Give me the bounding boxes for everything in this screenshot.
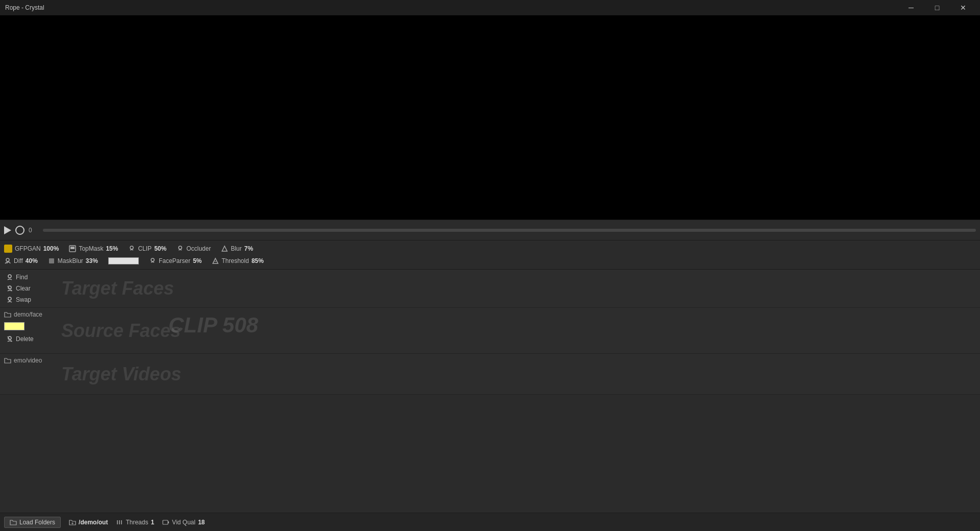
color-swatch-bar[interactable] [108,257,139,264]
svg-rect-20 [163,520,168,524]
maskblur-setting: MaskBlur 33% [48,257,98,264]
svg-point-12 [8,297,11,300]
frame-counter: 0 [29,227,39,234]
svg-rect-1 [70,247,75,249]
svg-point-3 [179,246,182,249]
panels-area: Find Clear Swap Target Faces [0,269,980,395]
occluder-icon [177,245,184,252]
vid-qual-icon [162,519,169,526]
bottom-bar: Load Folders /demo/out Threads 1 Vid Qua… [0,513,980,531]
blur-label: Blur [231,245,241,252]
source-faces-controls: demo/face Delete [4,311,45,344]
folder-icon [4,311,11,318]
faceparser-value: 5% [193,257,202,264]
output-path-item: /demo/out [69,519,108,526]
clear-button[interactable]: Clear [4,284,45,293]
play-icon [4,226,11,234]
loop-button[interactable] [15,226,24,235]
topmask-setting: TopMask 15% [69,245,118,252]
gfpgan-label: GFPGAN [15,245,41,252]
threshold-label: Threshold [222,257,249,264]
video-display [0,15,980,220]
title-bar: Rope - Crystal ─ □ ✕ [0,0,980,15]
diff-setting: Diff 40% [4,257,38,264]
loop-icon [15,226,24,235]
maskblur-value: 33% [86,257,98,264]
threshold-value: 85% [252,257,264,264]
threshold-setting: Threshold 85% [212,257,263,264]
delete-button[interactable]: Delete [4,334,45,344]
svg-point-2 [130,246,133,249]
topmask-label: TopMask [79,245,103,252]
occluder-label: Occluder [186,245,211,252]
source-faces-panel: demo/face Delete Source Faces CLIP 508 [0,308,980,354]
target-videos-controls: emo/video [4,357,45,366]
load-folders-icon [10,519,17,526]
find-icon [6,274,13,281]
target-faces-watermark: Target Faces [61,278,174,299]
maximize-button[interactable]: □ [925,0,949,15]
source-faces-watermark: Source Faces [61,320,181,342]
threads-item: Threads 1 [116,519,154,526]
blur-icon [221,245,228,252]
gfpgan-icon [4,245,12,253]
clear-icon [6,285,13,292]
clip-508-label: CLIP 508 [168,313,258,337]
svg-point-7 [151,258,154,261]
swap-button[interactable]: Swap [4,295,45,304]
topmask-value: 15% [106,245,118,252]
delete-icon [6,335,13,343]
threads-icon [116,519,123,526]
occluder-setting: Occluder [177,245,211,252]
settings-row-2: Diff 40% MaskBlur 33% FaceParser 5% [4,255,976,267]
source-color-swatch[interactable] [4,322,24,330]
blur-setting: Blur 7% [221,245,253,252]
diff-value: 40% [26,257,38,264]
window-controls: ─ □ ✕ [899,0,975,15]
clip-value: 50% [154,245,166,252]
gfpgan-setting: GFPGAN 100% [4,245,59,253]
diff-label: Diff [14,257,23,264]
threshold-icon [212,257,219,264]
progress-bar[interactable] [43,229,976,232]
output-folder-icon [69,519,76,526]
colorbar-setting[interactable] [108,257,139,264]
topmask-icon [69,245,76,252]
target-videos-watermark: Target Videos [61,364,181,385]
target-video-folder-label: emo/video [4,357,45,364]
faceparser-icon [149,257,156,264]
clip-icon [128,245,135,252]
settings-row-1: GFPGAN 100% TopMask 15% CLIP 50% [4,243,976,255]
svg-point-4 [6,258,9,261]
maskblur-label: MaskBlur [58,257,83,264]
faceparser-setting: FaceParser 5% [149,257,202,264]
target-faces-controls: Find Clear Swap [4,273,45,304]
svg-point-9 [8,275,11,278]
settings-panel: GFPGAN 100% TopMask 15% CLIP 50% [0,240,980,269]
faceparser-label: FaceParser [159,257,190,264]
clip-label-text: CLIP [138,245,152,252]
close-button[interactable]: ✕ [951,0,975,15]
source-folder-label: demo/face [4,311,45,318]
diff-icon [4,257,11,264]
swap-icon [6,296,13,303]
target-faces-panel: Find Clear Swap Target Faces [0,270,980,308]
clip-setting: CLIP 50% [128,245,166,252]
maskblur-icon [48,257,55,264]
target-videos-panel: emo/video Target Videos [0,354,980,395]
svg-rect-6 [49,258,54,263]
playback-bar: 0 [0,220,980,240]
blur-value: 7% [244,245,253,252]
minimize-button[interactable]: ─ [899,0,923,15]
video-folder-icon [4,357,11,364]
play-button[interactable] [4,226,11,234]
find-button[interactable]: Find [4,273,45,282]
window-title: Rope - Crystal [5,4,44,11]
load-folders-button[interactable]: Load Folders [4,517,61,528]
gfpgan-value: 100% [43,245,59,252]
vid-qual-item: Vid Qual 18 [162,519,205,526]
